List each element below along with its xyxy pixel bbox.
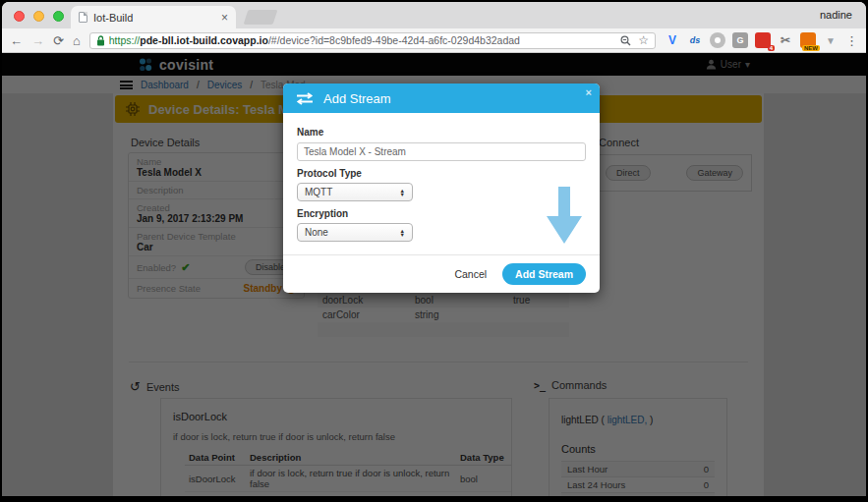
add-stream-button[interactable]: Add Stream [502, 263, 586, 285]
extension-grid-icon[interactable]: 4 [755, 32, 771, 48]
tutorial-arrow-icon [546, 187, 583, 246]
extension-new-badge: NEW [802, 45, 820, 51]
encryption-selected-value: None [305, 227, 328, 238]
extensions-bar: V ds G 4 ✂ NEW ▼ ⋮ [665, 32, 858, 48]
minimize-window-button[interactable] [33, 11, 44, 22]
modal-title: Add Stream [323, 91, 391, 106]
address-bar[interactable]: https://pde-bll.iot-build.covapp.io/#/de… [89, 32, 656, 49]
page-favicon-icon [79, 12, 87, 23]
url-path: /#/device?id=8c9bfed9-49be-42d4-a6fc-029… [268, 34, 520, 46]
padlock-icon [96, 35, 105, 46]
extension-g-icon[interactable]: G [732, 32, 748, 48]
extension-scissors-icon[interactable]: ✂ [778, 32, 793, 48]
protocol-field-label: Protocol Type [297, 168, 586, 179]
browser-tab[interactable]: Iot-Build × [71, 6, 236, 28]
close-window-button[interactable] [14, 11, 25, 22]
extension-v-icon[interactable]: V [665, 32, 680, 48]
browser-toolbar: ← → ⟳ ⌂ https://pde-bll.iot-build.covapp… [2, 28, 866, 53]
name-field-label: Name [297, 127, 586, 138]
select-stepper-icon: ▲▼ [400, 189, 405, 196]
reload-icon[interactable]: ⟳ [53, 34, 64, 47]
browser-profile-name[interactable]: nadine [820, 9, 852, 21]
forward-icon: → [31, 34, 44, 47]
stream-swap-icon [296, 92, 314, 105]
extension-circle-icon[interactable] [710, 32, 725, 48]
bookmark-star-icon[interactable]: ☆ [638, 34, 649, 46]
url-scheme: https:// [109, 34, 141, 46]
new-tab-button[interactable] [244, 10, 278, 25]
tab-close-icon[interactable]: × [221, 12, 228, 24]
extension-chevron-icon[interactable]: ▼ [823, 32, 839, 48]
extension-badge: 4 [768, 45, 775, 51]
extension-ds-icon[interactable]: ds [687, 32, 703, 48]
protocol-selected-value: MQTT [305, 187, 332, 197]
stream-name-input[interactable] [297, 142, 586, 161]
browser-menu-icon[interactable]: ⋮ [845, 33, 858, 48]
select-stepper-icon: ▲▼ [400, 229, 405, 237]
extension-new-icon[interactable]: NEW [800, 32, 816, 48]
encryption-select[interactable]: None ▲▼ [297, 223, 413, 242]
maximize-window-button[interactable] [53, 11, 64, 22]
home-icon[interactable]: ⌂ [73, 34, 81, 47]
urlbar-icons: ☆ [620, 34, 649, 46]
tab-strip: Iot-Build × nadine [2, 2, 866, 28]
url-host: pde-bll.iot-build.covapp.io [140, 34, 268, 46]
back-icon[interactable]: ← [10, 34, 23, 47]
zoom-out-icon[interactable] [620, 35, 631, 46]
protocol-select[interactable]: MQTT ▲▼ [297, 183, 413, 201]
modal-header: Add Stream × [283, 84, 600, 113]
tab-title: Iot-Build [93, 12, 215, 24]
close-icon[interactable]: × [586, 86, 592, 98]
cancel-button[interactable]: Cancel [454, 268, 487, 280]
url-text: https://pde-bll.iot-build.covapp.io/#/de… [109, 34, 616, 46]
browser-window: Iot-Build × nadine ← → ⟳ ⌂ https://pde-b… [2, 2, 866, 496]
modal-footer: Cancel Add Stream [283, 254, 600, 293]
encryption-field-label: Encryption [297, 208, 586, 219]
